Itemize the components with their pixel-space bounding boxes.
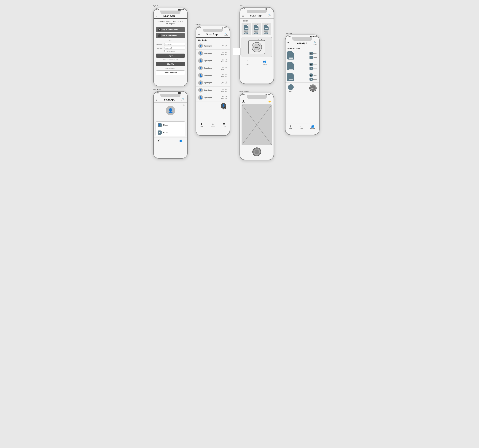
retake-button-3[interactable]: 📷 Retake [310,74,317,77]
card-r-search-area[interactable]: 🔍 Search [313,41,317,45]
save-upload-icon: ↑ [288,84,294,90]
google-login-button[interactable]: G Log In with Google [156,33,185,38]
email-icon-8: ✉ [222,96,224,98]
contact-view-8[interactable]: 👁 View [225,96,227,99]
card-r-signal: ▌▌▌ [310,36,313,37]
contact-view-1[interactable]: 👁 View [225,44,227,48]
edit-button[interactable]: ✏ Edit [183,104,185,107]
contact-view-3[interactable]: 👁 View [225,59,227,62]
view-button-1[interactable]: View [244,33,248,34]
home-icon-bl: ⌂ [169,139,170,142]
contact-email-7[interactable]: ✉ Email [221,88,224,92]
password-input[interactable] [164,47,185,49]
contacts-files-button[interactable]: 🗀 Files [223,122,226,127]
card-bl-search-area[interactable]: 🔍 Search [181,98,185,102]
delete-button-2[interactable]: ✕ Delete [310,67,317,70]
home-files-nav[interactable]: 🗀 Files [246,60,249,65]
view-icon-7: 👁 [225,88,227,90]
flash-icon[interactable]: ⚡ [268,100,271,103]
contact-view-6[interactable]: 👁 View [225,81,227,84]
username-label: Username: [156,43,163,45]
signup-button[interactable]: Sign Up [156,62,185,66]
card-r-battery: ▪ [316,36,317,37]
card-bl-menu-icon[interactable]: ☰ [156,98,158,101]
card-r-home-button[interactable]: ⌂ Home [299,125,303,129]
contact-email-5[interactable]: ✉ Email [221,74,224,77]
recent-file-name-1: Praetere [244,31,248,32]
card-bl-contacts-button[interactable]: 👥 Contacts [179,139,184,144]
contact-name-4: Opus igitur [204,67,220,69]
card-r-back-button[interactable]: ❮ Back [289,125,292,129]
remember-me-checkbox[interactable] [164,50,166,52]
home-battery: ▪ [271,8,271,10]
scan-shutter-button[interactable]: Scan [252,148,261,156]
camera-inner-lens: Scan [253,44,260,50]
contact-view-4[interactable]: 👁 View [225,66,227,70]
facebook-icon: f [158,28,161,31]
home-menu-icon[interactable]: ☰ [242,14,244,17]
contacts-menu-icon[interactable]: ☰ [198,33,200,36]
capture-back-button[interactable]: ❮ Back [242,99,245,103]
contacts-icon-home: 👥 [263,60,266,63]
delete-button-3[interactable]: ✕ Delete [310,78,317,81]
reset-password-button[interactable]: Reset Password [156,70,185,75]
add-contact-button[interactable]: 👤 + Add Contact [220,103,227,111]
edit-label: Edit [183,105,185,107]
view-button-2[interactable]: View [254,33,258,34]
remember-me-label: remember me [167,51,175,52]
contact-avatar-5: 👤 [198,73,203,78]
contact-email-8[interactable]: ✉ Email [221,96,224,99]
signin-menu-icon[interactable]: ☰ [156,15,158,17]
contact-name-6: Opus igitur [204,82,220,84]
home-app-title: Scan App [250,14,261,17]
card-bl-contacts-label: Contacts [179,142,184,144]
person-icon: 👤 [158,123,162,127]
contacts-search-area[interactable]: 🔍 Search [224,33,228,36]
contacts-app-title: Scan App [206,33,218,36]
retake-button-2[interactable]: 📷 Retake [310,63,317,66]
card-bl-back-button[interactable]: ❮ Back [157,139,160,144]
username-input[interactable] [164,43,185,46]
scanned-file-lines-1 [289,57,293,59]
shutter-scan-label: Scan [255,151,258,152]
card-r-status-bar: 3:03 ▌▌▌ WiFi ▪ [286,35,319,37]
contact-email-3[interactable]: ✉ Email [221,59,224,62]
contact-email-4[interactable]: ✉ Email [221,66,224,70]
contact-email-1[interactable]: ✉ Email [221,44,224,48]
contacts-back-button[interactable]: ❮ Back [200,122,203,127]
view-button-3[interactable]: View [265,33,268,34]
card-r-contacts-button[interactable]: 👥 Contacts [310,125,315,129]
contact-avatar-3: 👤 [198,58,203,63]
card-r-menu-icon[interactable]: ☰ [287,42,289,44]
card-bl-home-button[interactable]: ⌂ Home [168,139,171,144]
contact-email-2[interactable]: ✉ Email [221,52,224,55]
contact-email-6[interactable]: ✉ Email [221,81,224,84]
contact-view-7[interactable]: 👁 View [225,88,227,92]
view-label-6: View [225,83,227,84]
facebook-login-button[interactable]: f Log In with Facebook [156,27,185,32]
contact-view-2[interactable]: 👁 View [225,52,227,55]
card-bl-search-label: Search [181,100,185,102]
home-status-bar: 3:03 ▌▌▌ WiFi ▪ [240,7,273,10]
view-label-3: View [225,61,227,62]
contacts-home-button[interactable]: ⌂ Home [211,122,214,127]
contact-view-5[interactable]: 👁 View [225,74,227,77]
contact-avatar-4: 👤 [198,66,203,70]
delete-button-1[interactable]: ✕ Delete [310,56,317,59]
home-contacts-nav[interactable]: 👥 Contacts [262,60,267,65]
retake-button-1[interactable]: 📷 Retake [310,52,317,55]
home-signal: ▌▌▌ [265,8,267,10]
home-search-label: Search [268,16,272,18]
save-label: Save [289,90,293,92]
add-scan-button[interactable]: ADD [309,84,317,92]
email-label-2: Email [221,54,224,55]
save-button[interactable]: ↑ Save [288,84,294,92]
files-icon-contacts: 🗀 [223,122,225,125]
camera-scan-area[interactable]: Scan [241,37,272,57]
email-icon-5: ✉ [222,74,224,76]
recent-file-lines-2 [255,28,258,30]
card-r-content: Scanned Files 📷 Retake [286,46,319,123]
login-button[interactable]: Log In [156,54,185,58]
home-content: Recent 2/1/21 Praetere View 2/1/21 [240,19,273,67]
home-search-area[interactable]: 🔍 Search [268,14,272,18]
